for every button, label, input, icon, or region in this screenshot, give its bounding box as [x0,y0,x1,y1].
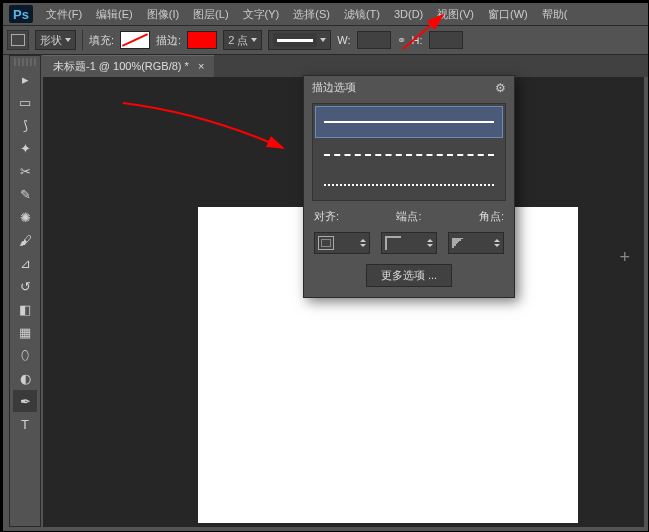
chevron-down-icon [320,38,326,42]
document-tab[interactable]: 未标题-1 @ 100%(RGB/8) * × [43,55,214,77]
stroke-style-list [312,103,506,201]
cursor-crosshair-icon: + [619,247,630,268]
menu-bar: Ps 文件(F) 编辑(E) 图像(I) 图层(L) 文字(Y) 选择(S) 滤… [3,3,648,26]
menu-file[interactable]: 文件(F) [39,4,89,25]
menu-image[interactable]: 图像(I) [140,4,186,25]
stroke-combos-row [304,228,514,258]
stroke-width-value: 2 点 [228,33,248,48]
fill-swatch[interactable] [120,31,150,49]
healing-tool[interactable]: ✺ [13,206,37,228]
type-tool[interactable]: T [13,413,37,435]
marquee-tool[interactable]: ▭ [13,91,37,113]
fill-label: 填充: [89,33,114,48]
magic-wand-tool[interactable]: ✦ [13,137,37,159]
document-tab-bar: 未标题-1 @ 100%(RGB/8) * × [43,55,648,77]
link-icon[interactable]: ⚭ [397,34,406,47]
gear-icon[interactable]: ⚙ [495,81,506,95]
divider [82,30,83,50]
corners-combo[interactable] [448,232,504,254]
active-tool-indicator[interactable] [7,30,29,50]
gradient-tool[interactable]: ▦ [13,321,37,343]
menu-type[interactable]: 文字(Y) [236,4,287,25]
brush-tool[interactable]: 🖌 [13,229,37,251]
width-field[interactable] [357,31,391,49]
stroke-width-combo[interactable]: 2 点 [223,30,262,50]
stroke-preview [273,33,317,47]
shape-mode-label: 形状 [40,33,62,48]
close-icon[interactable]: × [198,60,204,72]
lasso-tool[interactable]: ⟆ [13,114,37,136]
stroke-swatch[interactable] [187,31,217,49]
corners-label: 角点: [479,209,504,224]
shape-mode-combo[interactable]: 形状 [35,30,76,50]
chevron-down-icon [251,38,257,42]
document-tab-title: 未标题-1 @ 100%(RGB/8) * [53,60,189,72]
more-options-button[interactable]: 更多选项 ... [366,264,452,287]
move-tool[interactable]: ▸ [13,68,37,90]
stroke-style-dotted[interactable] [313,170,505,200]
more-options-label: 更多选项 ... [381,269,437,281]
popup-title: 描边选项 [312,80,356,95]
toolbox: ▸ ▭ ⟆ ✦ ✂ ✎ ✺ 🖌 ⊿ ↺ ◧ ▦ ⬯ ◐ ✒ T [9,55,41,527]
eyedropper-tool[interactable]: ✎ [13,183,37,205]
pen-tool[interactable]: ✒ [13,390,37,412]
caps-combo[interactable] [381,232,437,254]
app-frame: Ps 文件(F) 编辑(E) 图像(I) 图层(L) 文字(Y) 选择(S) 滤… [2,2,649,532]
width-label: W: [337,34,350,46]
menu-3d[interactable]: 3D(D) [387,5,430,23]
menu-view[interactable]: 视图(V) [430,4,481,25]
popup-header: 描边选项 ⚙ [304,76,514,99]
stroke-style-dashed[interactable] [313,140,505,170]
crop-tool[interactable]: ✂ [13,160,37,182]
menu-help[interactable]: 帮助( [535,4,575,25]
menu-select[interactable]: 选择(S) [286,4,337,25]
caps-label: 端点: [396,209,421,224]
options-bar: 形状 填充: 描边: 2 点 W: ⚭ H: [3,26,648,55]
stroke-style-solid[interactable] [315,106,503,138]
dodge-tool[interactable]: ◐ [13,367,37,389]
toolbox-grip[interactable] [14,58,36,66]
stroke-style-combo[interactable] [268,30,331,50]
stroke-labels-row: 对齐: 端点: 角点: [304,205,514,228]
stamp-tool[interactable]: ⊿ [13,252,37,274]
history-brush-tool[interactable]: ↺ [13,275,37,297]
menu-window[interactable]: 窗口(W) [481,4,535,25]
more-row: 更多选项 ... [304,258,514,297]
menu-layer[interactable]: 图层(L) [186,4,235,25]
menu-edit[interactable]: 编辑(E) [89,4,140,25]
menu-filter[interactable]: 滤镜(T) [337,4,387,25]
eraser-tool[interactable]: ◧ [13,298,37,320]
chevron-down-icon [65,38,71,42]
blur-tool[interactable]: ⬯ [13,344,37,366]
align-label: 对齐: [314,209,339,224]
align-combo[interactable] [314,232,370,254]
stroke-label: 描边: [156,33,181,48]
height-label: H: [412,34,423,46]
height-field[interactable] [429,31,463,49]
stroke-options-popup: 描边选项 ⚙ 对齐: 端点: 角点: 更多选项 ... [303,75,515,298]
app-logo: Ps [9,5,33,23]
